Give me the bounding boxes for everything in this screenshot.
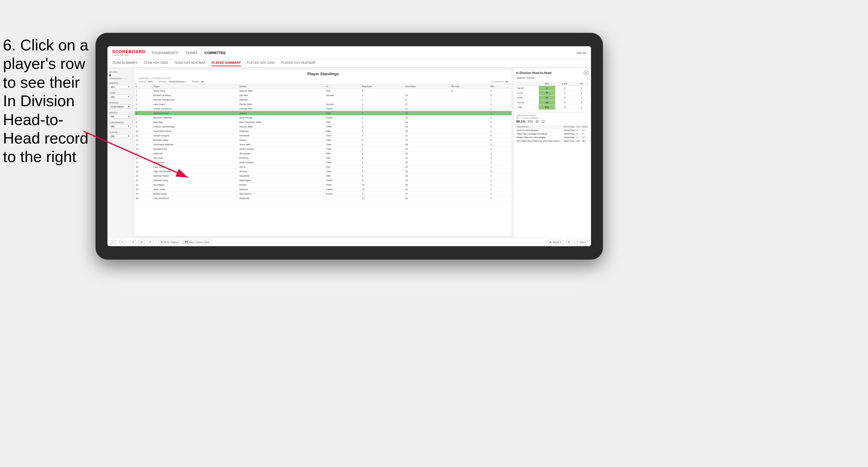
player-control[interactable]: (All) ▾	[109, 134, 131, 138]
sub-nav-player-h2h-heatmap[interactable]: PLAYER H2H HEATMAP	[281, 61, 316, 66]
table-row[interactable]: 9 Preston Summerhays Arizona State Third…	[135, 124, 512, 129]
cell-win: 2	[489, 120, 512, 124]
table-row[interactable]: 15 Jake Hall Tennessee Fifth 5 24 1	[135, 151, 512, 156]
paste-button[interactable]: ⊕	[138, 240, 145, 244]
t-score: -7	[581, 132, 589, 136]
cell-reg-rank: 1	[361, 102, 404, 106]
cell-yr: Third	[325, 160, 361, 165]
save-custom-button[interactable]: 💾 Save Custom View	[183, 240, 211, 244]
cell-no-rds: 8	[450, 89, 489, 93]
table-row[interactable]: 21 Taehoon Song Washington Fourth 6 23 1	[135, 178, 512, 183]
redo-button[interactable]: ↪	[119, 240, 125, 244]
year-control[interactable]: (All) ▾	[109, 95, 131, 99]
table-row[interactable]: 4 Luke Claton Florida State Second 1 27 …	[135, 102, 512, 106]
view-original-button[interactable]: 👁 View: Original	[158, 240, 181, 244]
table-row[interactable]: 12 Brendan Valles Auburn Third 5 27 0	[135, 138, 512, 142]
undo-button[interactable]: ↩	[111, 240, 117, 244]
cell-conf-rank: 27	[404, 116, 451, 120]
cell-rank: 9	[135, 124, 152, 129]
table-row[interactable]: 5 Christo Lamprecht Georgia Tech Fourth …	[135, 106, 512, 111]
gender-control[interactable]: Men ▾	[109, 85, 131, 89]
cell-rank: 20	[135, 174, 152, 178]
cell-conf-rank: 21	[404, 106, 451, 111]
division-control[interactable]: NCAA Division I ▾	[109, 104, 131, 108]
cell-rank: 3	[135, 98, 152, 102]
cell-player: Jack Lundin	[152, 187, 238, 192]
cell-conf-rank: 24	[404, 187, 451, 192]
toolbar-sep-1	[128, 240, 128, 245]
cell-conf-rank: 30	[404, 142, 451, 147]
sign-out-link[interactable]: Sign out	[577, 51, 586, 54]
h2h-panel: In Division Head-to-Head ✕ Jackson Koivu…	[514, 68, 591, 238]
standings-header: Player Standings Update time: 27/03/2024…	[135, 70, 512, 85]
t-col-tournament: Tournament	[516, 125, 563, 129]
logo-text: SCOREBOARD	[112, 49, 145, 54]
tournament-table: Tournament Event Type Pos Score Amer Ari…	[516, 125, 589, 143]
t-col-event-type: Event Type	[563, 125, 576, 129]
h2h-close-button[interactable]: ✕	[584, 70, 589, 75]
cell-yr: Fifth	[325, 151, 361, 156]
table-row[interactable]: 14 Maxwell Ford North Carolina Third 4 2…	[135, 147, 512, 151]
table-row[interactable]: 25 Cole Sherwood Vanderbilt 12 23 1	[135, 196, 512, 200]
table-row[interactable]: 10 Jacob Mac Diesse Arkansas Fifth 4 25 …	[135, 129, 512, 133]
t-pos: 2	[576, 132, 582, 136]
nav-teams[interactable]: TEAMS	[185, 50, 197, 56]
nav-committee[interactable]: COMMITTEE	[205, 50, 226, 56]
cell-yr: Fifth	[325, 156, 361, 160]
copy-button[interactable]: ⎘	[130, 240, 136, 244]
share-button[interactable]: ⇧ Share	[575, 240, 588, 244]
sub-nav-player-h2h-grid[interactable]: PLAYER H2H GRID	[247, 61, 275, 66]
table-row[interactable]: 17 David Ford North Carolina Third 9 21 …	[135, 160, 512, 165]
table-row[interactable]: 1 Wenyi Ding Arizona State First 1 8 1	[135, 89, 512, 93]
cell-player: Ian Gilligan	[152, 183, 238, 187]
watch-button[interactable]: ▶ Watch ▾	[548, 240, 563, 244]
table-row[interactable]: 23 Jack Lundin Missouri Fourth 11 24 1	[135, 187, 512, 192]
sub-nav-team-summary[interactable]: TEAM SUMMARY	[112, 61, 137, 66]
col-rank: #	[135, 85, 152, 89]
table-row[interactable]: 3 Michael Thorbjornsen Stanford 1 8 1	[135, 98, 512, 102]
table-row[interactable]: 19 Tiger Christensen Arizona Third 8 23 …	[135, 169, 512, 174]
cell-win: 1	[489, 98, 512, 102]
cell-player: Wenyi Ding	[152, 89, 238, 93]
cell-rank: 24	[135, 192, 152, 196]
player-label: Player	[109, 131, 131, 133]
h2h-win-cell: 46	[539, 100, 555, 105]
cell-yr: Third	[325, 147, 361, 151]
table-row[interactable]: 8 Mats Ege East Tennessee State Fifth 1 …	[135, 120, 512, 124]
table-row[interactable]: 20 Matthew Riedel Vanderbilt Fifth 8 26 …	[135, 174, 512, 178]
cell-player: Maxwell Ford	[152, 147, 238, 151]
sub-nav-team-h2h-grid[interactable]: TEAM H2H GRID	[144, 61, 168, 66]
table-row[interactable]: 22 Ian Gilligan Florida Third 10 24 1	[135, 183, 512, 187]
region-control[interactable]: N/A ▾	[109, 114, 131, 119]
cell-reg-rank: 8	[361, 174, 404, 178]
table-row[interactable]: 24 Bastien Amat New Mexico Fourth 1 27 2	[135, 192, 512, 196]
player-chevron: ▾	[128, 135, 129, 137]
cell-player: Jake Hall	[152, 151, 238, 156]
sub-nav-player-summary[interactable]: PLAYER SUMMARY	[212, 61, 241, 66]
refresh-button[interactable]: ↻	[147, 240, 153, 244]
standings-filters: Gender: Men Division: NCAA Division I Re…	[138, 80, 508, 83]
cell-no-rds	[450, 133, 489, 138]
table-row[interactable]: 16 Alex Goff Kentucky Fifth 8 19 0	[135, 156, 512, 160]
table-row[interactable]: 2 Michael La Sasse Ole Miss Second 1 19 …	[135, 93, 512, 98]
cell-yr: First	[325, 89, 361, 93]
cell-rank: 13	[135, 142, 152, 147]
cell-conf-rank: 27	[404, 192, 451, 196]
year-value: (All)	[111, 96, 114, 98]
instruction-text: 6. Click on a player's row to see their …	[0, 36, 93, 166]
table-row[interactable]: 6 Jackson Koivun Auburn First 2 22 2	[135, 111, 512, 116]
table-row[interactable]: 13 Phechakon Maichen Texas A&M Third 6 3…	[135, 142, 512, 147]
layout-button[interactable]: ⊞	[566, 240, 572, 244]
cell-rank: 1	[135, 89, 152, 93]
table-row[interactable]: 7 Nicholas Gabrelcik North Florida Fourt…	[135, 116, 512, 120]
nav-tournaments[interactable]: TOURNAMENTS	[151, 50, 178, 56]
watch-label: Watch	[553, 241, 559, 244]
cell-school: Washington	[238, 178, 325, 183]
sub-nav-team-h2h-heatmap[interactable]: TEAM H2H HEATMAP	[174, 61, 206, 66]
table-row[interactable]: 18 Luke Powell UCLA First 4 24 1	[135, 165, 512, 169]
cell-reg-rank: 4	[361, 133, 404, 138]
conference-control[interactable]: (All) ▾	[109, 124, 131, 128]
cell-win: 2	[489, 174, 512, 178]
table-row[interactable]: 11 Gordon Sargent Vanderbilt Third 4 21 …	[135, 133, 512, 138]
opponents-record: 674 - 33 - 12	[528, 120, 545, 123]
